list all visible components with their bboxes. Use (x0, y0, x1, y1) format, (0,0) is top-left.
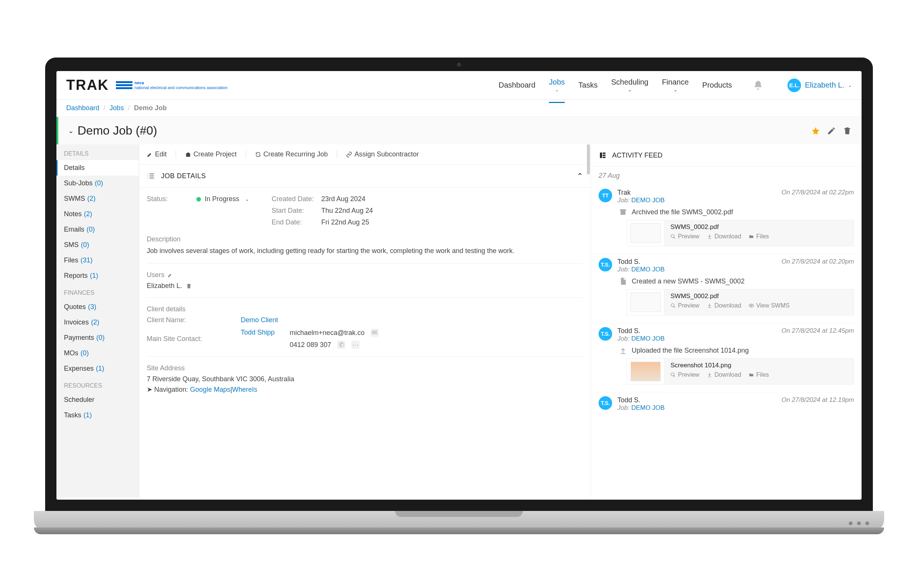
pencil-icon[interactable] (167, 273, 173, 278)
download-button[interactable]: Download (707, 233, 741, 240)
view-swms-button[interactable]: View SWMS (749, 302, 790, 309)
edit-icon[interactable] (827, 126, 836, 135)
feed-job-link[interactable]: DEMO JOB (631, 197, 665, 204)
sidebar-item-reports[interactable]: Reports (1) (57, 268, 139, 283)
sidebar-item-invoices[interactable]: Invoices (2) (57, 315, 139, 330)
svg-point-9 (671, 304, 674, 307)
edit-button[interactable]: Edit (147, 150, 167, 158)
files-button[interactable]: Files (749, 233, 769, 240)
site-address-value: 7 Riverside Quay, Southbank VIC 3006, Au… (147, 375, 583, 383)
preview-button[interactable]: Preview (670, 372, 699, 378)
feed-job-link[interactable]: DEMO JOB (631, 266, 665, 273)
preview-button[interactable]: Preview (670, 233, 699, 240)
sidebar-item-subjobs[interactable]: Sub-Jobs (0) (57, 176, 139, 191)
sidebar-item-scheduler[interactable]: Scheduler (57, 392, 139, 407)
sidebar-item-sms[interactable]: SMS (0) (57, 237, 139, 253)
phone-icon[interactable]: ✆ (337, 341, 345, 349)
chevron-down-icon: ⌄ (674, 87, 677, 92)
nav-products[interactable]: Products (703, 81, 732, 89)
status-dropdown[interactable]: In Progress ⌄ (196, 195, 249, 203)
attachment-thumbnail (627, 220, 664, 246)
download-button[interactable]: Download (707, 372, 741, 378)
sidebar-item-notes[interactable]: Notes (2) (57, 207, 139, 222)
sidebar-item-details[interactable]: Details (57, 160, 139, 176)
svg-point-11 (751, 305, 752, 306)
attachment-card: Screenshot 1014.png Preview Download Fil… (627, 358, 854, 384)
description-label: Description (147, 235, 583, 243)
activity-title: ACTIVITY FEED (612, 152, 662, 159)
feed-job-link[interactable]: DEMO JOB (631, 335, 665, 342)
sidebar-item-payments[interactable]: Payments (0) (57, 330, 139, 346)
mail-icon[interactable]: ✉ (371, 329, 379, 337)
feed-item: T.S. Todd S. Job: DEMO JOB On 27/8/2024 … (591, 254, 861, 323)
trash-icon[interactable] (843, 126, 852, 135)
nav-scheduling[interactable]: Scheduling⌄ (611, 78, 648, 92)
nav-tasks[interactable]: Tasks (578, 81, 597, 89)
main-contact-link[interactable]: Todd Shipp (241, 329, 275, 336)
attachment-thumbnail (627, 359, 664, 384)
start-date-value: Thu 22nd Aug 24 (321, 207, 373, 215)
whereis-link[interactable]: WhereIs (232, 386, 257, 393)
sidebar-item-mos[interactable]: MOs (0) (57, 346, 139, 361)
svg-line-8 (674, 237, 675, 239)
location-arrow-icon: ➤ (147, 386, 154, 393)
sidebar-item-quotes[interactable]: Quotes (3) (57, 299, 139, 315)
google-maps-link[interactable]: Google Maps (190, 386, 230, 393)
feed-user: Todd S. (617, 327, 776, 335)
status-dot-icon (196, 197, 201, 202)
main-content: Edit Create Project Create Recurring Job (139, 144, 591, 498)
sidebar-item-emails[interactable]: Emails (0) (57, 222, 139, 237)
collapse-toggle[interactable]: ⌄ (68, 127, 74, 135)
assign-subcontractor-button[interactable]: Assign Subcontractor (346, 150, 419, 158)
download-icon (707, 303, 712, 308)
download-icon (707, 372, 712, 378)
description-text: Job involves several stages of work, inc… (147, 246, 583, 256)
status-label: Status: (147, 195, 192, 203)
folder-icon (749, 234, 754, 239)
collapse-panel-icon[interactable]: ⌃ (577, 171, 583, 181)
activity-panel: ACTIVITY FEED 27 Aug TT Trak Job: DEMO J… (591, 144, 861, 498)
client-details-label: Client details (147, 305, 583, 313)
nav-dashboard[interactable]: Dashboard (499, 81, 535, 89)
feed-time: On 27/8/2024 at 02.22pm (782, 189, 854, 196)
client-name-label: Client Name: (147, 316, 233, 324)
feed-job-link[interactable]: DEMO JOB (631, 404, 665, 411)
feed-avatar: T.S. (599, 396, 612, 410)
preview-button[interactable]: Preview (670, 302, 699, 309)
feed-item: TT Trak Job: DEMO JOB On 27/8/2024 at 02… (591, 185, 861, 254)
main-contact-label: Main Site Contact: (147, 335, 233, 343)
breadcrumb-jobs[interactable]: Jobs (110, 104, 124, 111)
panel-title: JOB DETAILS (161, 172, 206, 180)
sidebar-item-expenses[interactable]: Expenses (1) (57, 361, 139, 376)
title-bar: ⌄ Demo Job (#0) (57, 117, 861, 144)
contact-email: michaelm+neca@trak.co (290, 329, 364, 337)
create-project-button[interactable]: Create Project (185, 150, 236, 158)
link-icon (346, 152, 352, 158)
files-button[interactable]: Files (749, 372, 769, 378)
sidebar-item-files[interactable]: Files (31) (57, 253, 139, 268)
trash-icon[interactable] (186, 283, 192, 289)
user-menu[interactable]: E.L. Elizabeth L. ⌄ (787, 79, 852, 92)
attachment-thumbnail (627, 289, 664, 315)
feed-item: T.S. Todd S. Job: DEMO JOB On 27/8/2024 … (591, 393, 861, 419)
download-button[interactable]: Download (707, 302, 741, 309)
sidebar-item-tasks[interactable]: Tasks (1) (57, 407, 139, 423)
bell-icon[interactable] (753, 80, 763, 90)
breadcrumb-dashboard[interactable]: Dashboard (66, 104, 99, 111)
nav-jobs[interactable]: Jobs⌄ (549, 78, 565, 92)
chevron-down-icon: ⌄ (245, 197, 249, 202)
pencil-icon (147, 152, 153, 158)
search-icon (670, 372, 676, 378)
create-recurring-button[interactable]: Create Recurring Job (255, 150, 328, 158)
sidebar-item-swms[interactable]: SWMS (2) (57, 191, 139, 207)
scrollbar[interactable] (587, 144, 590, 174)
star-icon[interactable] (811, 126, 820, 135)
users-label: Users (147, 271, 164, 279)
client-name-link[interactable]: Demo Client (241, 316, 583, 324)
feed-time: On 27/8/2024 at 02.20pm (782, 258, 854, 265)
nav-finance[interactable]: Finance⌄ (662, 78, 688, 92)
building-icon (185, 152, 191, 158)
user-chip-name: Elizabeth L. (147, 282, 182, 290)
sms-icon[interactable]: ⋯ (351, 341, 360, 349)
attachment-name: Screenshot 1014.png (670, 362, 848, 369)
